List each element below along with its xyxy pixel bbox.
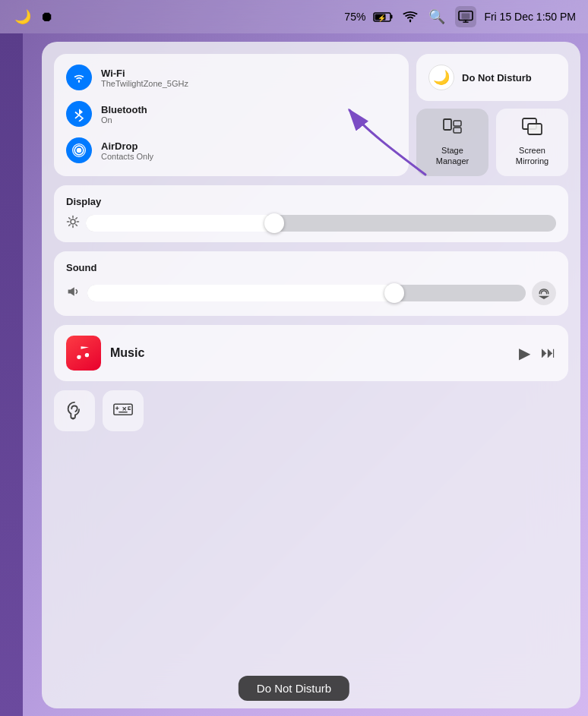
play-button[interactable]: ▶: [519, 344, 530, 362]
stage-manager-icon: [442, 118, 463, 140]
menu-bar-right: 75% ⚡ 🔍 Fri 15 Dec: [344, 6, 576, 27]
sound-tile: Sound: [54, 251, 568, 316]
bluetooth-label: Bluetooth: [101, 104, 147, 115]
airdrop-sub: Contacts Only: [101, 152, 153, 161]
battery-icon: ⚡: [373, 11, 394, 23]
sound-row: [66, 281, 556, 305]
dnd-label: Do Not Disturb: [462, 72, 532, 84]
music-tile: Music ▶ ⏭: [54, 325, 568, 381]
svg-rect-13: [454, 121, 461, 126]
music-app-icon: [66, 336, 101, 371]
screen-mirror-icon: [457, 10, 474, 24]
bluetooth-sub: On: [101, 115, 147, 125]
brightness-slider[interactable]: [86, 215, 556, 232]
airdrop-label: AirDrop: [101, 140, 153, 152]
bottom-row: [54, 390, 568, 431]
brightness-icon: [66, 215, 80, 232]
screen-mirroring-tile[interactable]: ScreenMirroring: [496, 109, 568, 176]
airdrop-info: AirDrop Contacts Only: [101, 140, 153, 161]
bluetooth-icon: [66, 101, 92, 127]
keyboard-shortcut-button[interactable]: [103, 390, 144, 431]
svg-line-23: [76, 224, 77, 226]
wifi-info: Wi-Fi TheTwilightZone_5GHz: [101, 68, 188, 88]
brightness-slider-row: [66, 215, 556, 232]
airplay-button[interactable]: [532, 281, 556, 305]
music-controls: ▶ ⏭: [519, 344, 556, 362]
svg-rect-16: [528, 124, 542, 134]
screen-mirroring-icon: [522, 118, 543, 140]
wifi-network-icon: [66, 65, 92, 90]
top-row: Wi-Fi TheTwilightZone_5GHz Bluetooth On: [54, 54, 568, 176]
background-app-strip: [0, 33, 23, 716]
stage-manager-tile[interactable]: StageManager: [416, 109, 488, 176]
svg-line-25: [69, 224, 71, 226]
battery-percent: 75%: [344, 11, 365, 23]
screen-mirror-menu-icon[interactable]: [455, 6, 476, 27]
bottom-tooltip: Do Not Disturb: [239, 676, 349, 701]
hearing-accessibility-button[interactable]: [54, 390, 95, 431]
volume-slider[interactable]: [87, 285, 526, 301]
airdrop-item[interactable]: AirDrop Contacts Only: [66, 137, 397, 163]
record-icon[interactable]: ⏺: [36, 6, 58, 27]
volume-icon: [66, 285, 81, 301]
menu-bar: 🌙 ⏺ 75% ⚡ 🔍: [0, 0, 588, 33]
display-title: Display: [66, 196, 556, 207]
svg-rect-14: [454, 128, 461, 133]
wifi-item[interactable]: Wi-Fi TheTwilightZone_5GHz: [66, 65, 397, 90]
svg-line-24: [76, 217, 77, 219]
svg-rect-1: [390, 15, 393, 19]
wifi-icon[interactable]: [402, 10, 419, 24]
svg-point-26: [72, 417, 74, 419]
moon-icon[interactable]: 🌙: [12, 6, 33, 27]
bluetooth-info: Bluetooth On: [101, 104, 147, 125]
skip-button[interactable]: ⏭: [541, 344, 556, 361]
dnd-tile[interactable]: 🌙 Do Not Disturb: [416, 54, 568, 101]
small-tiles-row: StageManager ScreenMirroring: [416, 109, 568, 176]
svg-rect-12: [444, 119, 451, 130]
airdrop-icon: [66, 137, 92, 163]
network-tile[interactable]: Wi-Fi TheTwilightZone_5GHz Bluetooth On: [54, 54, 409, 176]
bluetooth-item[interactable]: Bluetooth On: [66, 101, 397, 127]
menu-bar-left: 🌙 ⏺: [12, 6, 58, 27]
wifi-sub: TheTwilightZone_5GHz: [101, 79, 188, 88]
music-app-name: Music: [110, 346, 510, 360]
stage-manager-label: StageManager: [436, 145, 469, 167]
control-center-panel: Wi-Fi TheTwilightZone_5GHz Bluetooth On: [42, 42, 580, 708]
sound-title: Sound: [66, 262, 556, 273]
svg-point-9: [77, 148, 82, 153]
right-column: 🌙 Do Not Disturb StageManager: [416, 54, 568, 176]
date-time: Fri 15 Dec 1:50 PM: [484, 11, 576, 23]
wifi-label: Wi-Fi: [101, 68, 188, 79]
svg-point-17: [71, 219, 75, 224]
svg-text:⚡: ⚡: [378, 14, 387, 23]
dnd-icon: 🌙: [428, 65, 454, 90]
screen-mirroring-label: ScreenMirroring: [516, 145, 548, 167]
display-tile: Display: [54, 185, 568, 242]
search-icon[interactable]: 🔍: [426, 6, 447, 27]
svg-rect-5: [462, 14, 470, 19]
svg-line-22: [69, 217, 71, 219]
